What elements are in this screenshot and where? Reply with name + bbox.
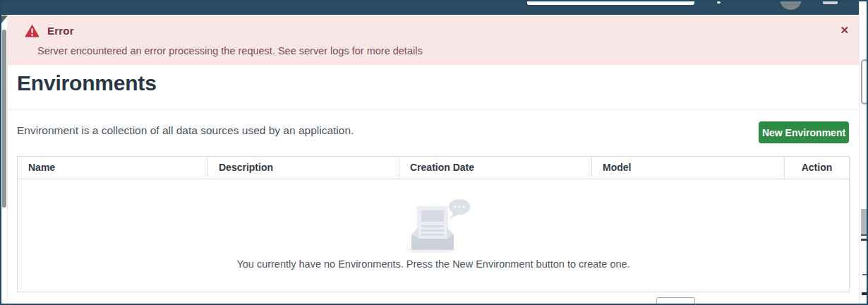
empty-inbox-illustration	[390, 198, 476, 254]
top-navigation-bar	[1, 1, 859, 15]
search-input[interactable]	[527, 1, 694, 5]
column-header-name[interactable]: Name	[18, 157, 208, 179]
column-header-action[interactable]: Action	[785, 157, 849, 179]
environments-table: Name Description Creation Date Model Act…	[17, 156, 850, 292]
empty-state-message: You currently have no Environments. Pres…	[18, 258, 849, 270]
right-edge-mark	[862, 292, 867, 295]
header-divider	[8, 109, 859, 110]
error-banner: Error Server encountered an error proces…	[8, 16, 859, 65]
right-scrollbar-thumb[interactable]	[861, 209, 867, 236]
table-empty-body: You currently have no Environments. Pres…	[18, 179, 849, 292]
scrollbar-thumb[interactable]	[2, 30, 6, 208]
outer-scrollbar[interactable]	[1, 15, 8, 304]
cursor-arrow-icon	[1, 16, 8, 23]
notification-icon[interactable]	[717, 1, 721, 4]
right-edge-mark	[862, 274, 867, 275]
column-header-creation-date[interactable]: Creation Date	[399, 157, 592, 179]
pagination-button[interactable]	[656, 297, 695, 305]
page-description: Environment is a collection of all data …	[17, 124, 354, 137]
error-title: Error	[47, 25, 74, 37]
error-message: Server encountered an error processing t…	[37, 45, 423, 56]
column-header-model[interactable]: Model	[592, 157, 785, 179]
avatar[interactable]	[780, 1, 802, 10]
app-window: Error Server encountered an error proces…	[0, 0, 868, 305]
hamburger-menu-icon[interactable]	[823, 1, 838, 4]
close-icon[interactable]: ✕	[840, 24, 849, 37]
table-header-row: Name Description Creation Date Model Act…	[18, 157, 849, 179]
right-scrollbar-pill[interactable]	[861, 59, 868, 104]
right-edge-mark	[861, 239, 867, 241]
warning-triangle-icon	[25, 24, 40, 37]
right-edge-gutter	[859, 1, 867, 304]
column-header-description[interactable]: Description	[208, 157, 399, 179]
new-environment-button[interactable]: New Environment	[759, 121, 849, 143]
page-title: Environments	[17, 71, 157, 95]
